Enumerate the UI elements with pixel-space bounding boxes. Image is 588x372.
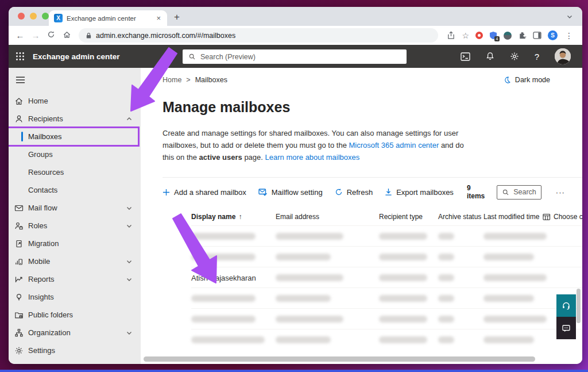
sidebar-item-roles[interactable]: Roles	[9, 217, 141, 235]
home-icon[interactable]	[61, 30, 72, 41]
tab-close-icon[interactable]: ×	[155, 14, 162, 22]
table-cell	[438, 295, 483, 302]
column-header-display-name[interactable]: Display name↑	[191, 213, 276, 221]
support-button[interactable]	[556, 294, 576, 317]
table-row[interactable]	[191, 225, 582, 246]
sidebar-item-label: Recipients	[28, 114, 63, 123]
column-header-choose-co[interactable]: Choose co	[543, 213, 582, 221]
column-header-label: Recipient type	[379, 213, 423, 221]
new-tab-button[interactable]: +	[174, 11, 180, 26]
eac-header-actions: ?	[461, 48, 577, 64]
moon-icon	[503, 76, 511, 84]
notifications-bell-icon[interactable]	[486, 52, 494, 61]
more-options-button[interactable]: ···	[556, 188, 565, 197]
learn-more-link[interactable]: Learn more about mailboxes	[265, 153, 360, 162]
sidebar-item-settings[interactable]: Settings	[9, 342, 141, 359]
chevron-down-icon[interactable]	[126, 258, 133, 265]
mailflow-setting-button[interactable]: Mailflow setting	[258, 188, 323, 197]
chevron-down-icon[interactable]	[126, 205, 133, 212]
account-avatar[interactable]	[555, 48, 571, 64]
extensions-puzzle-icon[interactable]	[518, 31, 527, 40]
sidebar-item-migration[interactable]: Migration	[9, 235, 141, 252]
extension-persona-icon[interactable]	[504, 32, 512, 40]
table-cell	[438, 254, 483, 260]
maximize-window-button[interactable]	[42, 13, 49, 20]
minimize-window-button[interactable]	[30, 13, 37, 20]
side-panel-icon[interactable]	[533, 32, 541, 39]
table-row[interactable]	[191, 308, 582, 329]
collapse-nav-icon[interactable]	[9, 74, 141, 92]
m365-admin-center-link[interactable]: Microsoft 365 admin center	[349, 141, 439, 149]
cloud-shell-icon[interactable]	[461, 52, 470, 61]
table-row[interactable]	[191, 287, 582, 308]
browser-menu-icon[interactable]: ⋮	[564, 31, 574, 40]
table-cell	[379, 295, 438, 302]
redacted-text	[276, 274, 343, 281]
sidebar-item-groups[interactable]: Groups	[9, 145, 141, 163]
display-name-text[interactable]: Atish Rajasekharan	[191, 274, 256, 282]
eac-search-input[interactable]: Search (Preview)	[183, 49, 407, 64]
app-launcher-waffle-icon[interactable]	[16, 52, 25, 61]
export-mailboxes-button[interactable]: Export mailboxes	[385, 188, 454, 197]
sidebar-item-public-folders[interactable]: Public folders	[9, 306, 141, 324]
column-header-email-address[interactable]: Email address	[276, 213, 379, 221]
table-row[interactable]	[191, 329, 582, 350]
breadcrumb-home[interactable]: Home	[163, 76, 181, 84]
sidebar-item-recipients[interactable]: Recipients	[9, 110, 141, 128]
sidebar-item-home[interactable]: Home	[9, 92, 141, 110]
refresh-button[interactable]: Refresh	[335, 188, 373, 197]
vertical-scrollbar[interactable]	[577, 289, 581, 323]
sidebar-item-resources[interactable]: Resources	[9, 163, 141, 181]
table-cell	[379, 316, 438, 323]
choose-columns-icon	[543, 213, 551, 221]
sidebar-item-contacts[interactable]: Contacts	[9, 181, 141, 199]
sidebar-item-label: Settings	[28, 346, 55, 355]
mailboxes-table: Display name↑Email addressRecipient type…	[141, 208, 582, 350]
tab-search-chevron-icon[interactable]	[566, 13, 573, 26]
horizontal-scrollbar[interactable]	[144, 356, 535, 362]
forward-icon[interactable]: →	[30, 30, 41, 40]
sidebar-item-insights[interactable]: Insights	[9, 288, 141, 306]
chevron-down-icon[interactable]	[126, 276, 133, 283]
extension-shield-icon[interactable]: 4	[489, 31, 497, 40]
browser-tab[interactable]: X Exchange admin center ×	[49, 10, 167, 26]
extension-s-icon[interactable]: S	[548, 30, 558, 40]
chevron-down-icon[interactable]	[126, 223, 133, 229]
bookmark-star-icon[interactable]: ☆	[462, 31, 469, 40]
table-header-row: Display name↑Email addressRecipient type…	[191, 208, 582, 225]
sidebar-item-reports[interactable]: Reports	[9, 270, 141, 288]
mailbox-search-input[interactable]: Search	[497, 185, 541, 200]
redacted-text	[379, 316, 427, 323]
feedback-button[interactable]	[556, 317, 576, 339]
chevron-down-icon[interactable]	[126, 329, 133, 336]
column-header-label: Display name	[191, 213, 235, 221]
add-shared-mailbox-button[interactable]: Add a shared mailbox	[163, 188, 246, 197]
column-header-last-modified-time[interactable]: Last modified time	[483, 213, 543, 221]
share-icon[interactable]	[447, 31, 455, 40]
table-cell	[483, 233, 543, 240]
help-icon[interactable]: ?	[535, 52, 539, 62]
chevron-up-icon[interactable]	[126, 116, 133, 122]
sidebar-item-label: Mail flow	[28, 204, 57, 212]
back-icon[interactable]: ←	[14, 30, 26, 40]
sidebar-item-mailboxes[interactable]: Mailboxes	[9, 128, 141, 145]
reload-icon[interactable]	[45, 30, 57, 40]
close-window-button[interactable]	[18, 13, 25, 20]
sidebar-item-mobile[interactable]: Mobile	[9, 252, 141, 270]
redacted-text	[191, 233, 256, 240]
settings-gear-icon[interactable]	[510, 52, 519, 61]
column-header-recipient-type[interactable]: Recipient type	[379, 213, 438, 221]
redacted-text	[379, 233, 427, 240]
table-row[interactable]	[191, 246, 582, 267]
sidebar-item-organization[interactable]: Organization	[9, 324, 141, 342]
redacted-text	[276, 336, 331, 343]
column-header-archive-status[interactable]: Archive status	[438, 213, 483, 221]
window-controls	[18, 13, 49, 20]
redacted-text	[379, 254, 427, 260]
dark-mode-toggle[interactable]: Dark mode	[503, 76, 550, 84]
table-row-atish-rajasekharan[interactable]: Atish Rajasekharan	[191, 267, 582, 287]
extension-red-icon[interactable]	[475, 32, 483, 39]
sidebar-item-mail-flow[interactable]: Mail flow	[9, 199, 141, 217]
address-bar[interactable]: admin.exchange.microsoft.com/#/mailboxes	[79, 28, 438, 43]
column-header-label: Last modified time	[483, 213, 539, 221]
